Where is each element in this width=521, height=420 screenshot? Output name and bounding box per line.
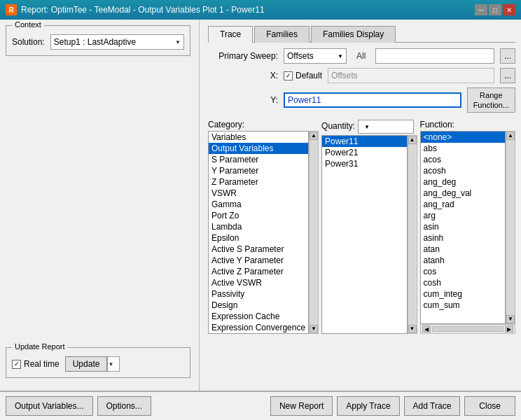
list-item[interactable]: Expression Convergence [209,322,308,333]
primary-sweep-ellipsis-button[interactable]: ... [500,48,515,64]
y-row: Y: RangeFunction... [208,88,515,113]
y-label: Y: [208,95,278,105]
quantity-combo-arrow-icon: ▼ [364,124,370,130]
category-list[interactable]: Variables Output Variables S Parameter Y… [208,131,309,334]
quantity-combo[interactable]: ▼ [358,120,414,134]
options-button[interactable]: Options... [97,396,151,416]
maximize-button[interactable]: □ [489,4,501,15]
list-item[interactable]: Active Z Parameter [209,266,308,277]
function-hscrollbar[interactable]: ◀ ▶ [420,324,515,334]
category-scroll-down[interactable]: ▼ [310,325,318,333]
list-item[interactable]: Gamma [209,199,308,210]
new-report-button[interactable]: New Report [270,396,333,416]
add-trace-button[interactable]: Add Trace [404,396,461,416]
x-default-text: Default [296,71,322,80]
list-item[interactable]: Power11 [322,136,406,147]
list-item[interactable]: arg [421,210,505,221]
function-list[interactable]: <none> abs acos acosh ang_deg ang_deg_va… [420,131,506,324]
function-scrollbar[interactable]: ▲ ▼ [506,131,515,324]
list-item[interactable]: Active Y Parameter [209,255,308,266]
list-item[interactable]: acosh [421,165,505,176]
quantity-scroll-up[interactable]: ▲ [408,136,417,144]
list-item[interactable]: Active VSWR [209,277,308,288]
tab-families-display[interactable]: Families Display [311,26,396,43]
function-scroll-down[interactable]: ▼ [506,315,515,323]
quantity-label: Quantity: [321,121,355,131]
context-group-label: Context [12,20,44,29]
list-item[interactable]: ang_deg [421,176,505,188]
window-title: Report: OptimTee - TeeModal - Output Var… [21,5,265,15]
update-button[interactable]: Update [65,356,108,372]
x-row: X: ✓ Default Offsets ... [208,68,515,83]
list-item[interactable]: Variables [209,132,308,143]
list-item[interactable]: abs [421,143,505,154]
list-item[interactable]: cum_sum [421,300,505,311]
primary-sweep-input[interactable] [375,48,494,64]
category-scroll-track [310,140,318,325]
bottom-left-buttons: Output Variables... Options... [6,396,151,416]
x-default-label[interactable]: ✓ Default [284,71,322,80]
function-col: Function: <none> abs acos acosh ang_deg … [420,120,515,334]
list-item[interactable]: ang_deg_val [421,188,505,199]
function-hscroll-right[interactable]: ▶ [505,326,513,332]
list-item[interactable]: asin [421,221,505,232]
list-item[interactable]: VSWR [209,188,308,199]
list-item[interactable]: Port Zo [209,210,308,221]
realtime-checkbox[interactable]: ✓ [12,360,21,369]
list-item[interactable]: Expression Cache [209,311,308,322]
list-item[interactable]: S Parameter [209,154,308,165]
list-item[interactable]: Power31 [322,158,406,169]
list-item[interactable]: ang_rad [421,199,505,210]
category-scrollbar[interactable]: ▲ ▼ [309,131,319,334]
tab-trace[interactable]: Trace [208,26,253,43]
list-item[interactable]: cum_integ [421,288,505,300]
x-ellipsis-button[interactable]: ... [500,68,515,83]
title-bar: R Report: OptimTee - TeeModal - Output V… [0,0,521,20]
list-item[interactable]: Active S Parameter [209,244,308,255]
list-item[interactable]: Output Variables [209,143,308,154]
tab-families[interactable]: Families [254,26,310,43]
list-item[interactable]: atan [421,244,505,255]
list-item[interactable]: Y Parameter [209,165,308,176]
function-scroll-up[interactable]: ▲ [506,132,515,140]
minimize-button[interactable]: ─ [475,4,487,15]
quantity-scroll-down[interactable]: ▼ [408,325,417,333]
y-input[interactable] [284,92,461,108]
quantity-scroll-track [408,144,417,325]
category-scroll-up[interactable]: ▲ [310,132,318,140]
window-close-button[interactable]: ✕ [503,4,515,15]
list-item[interactable]: Z Parameter [209,176,308,188]
list-item[interactable]: Epsilon [209,232,308,244]
quantity-list[interactable]: Power11 Power21 Power31 [321,135,407,334]
list-item[interactable]: Lambda [209,221,308,232]
list-item[interactable]: asinh [421,232,505,244]
list-item[interactable]: Design [209,300,308,311]
list-item[interactable]: Power21 [322,147,406,158]
x-label: X: [208,71,278,80]
list-item[interactable]: <none> [421,132,505,143]
category-col: Category: Variables Output Variables S P… [208,120,319,334]
list-item[interactable]: cosh [421,277,505,288]
list-item[interactable]: Passivity [209,288,308,300]
primary-sweep-arrow-icon: ▼ [338,53,343,59]
category-quantity-function-row: Category: Variables Output Variables S P… [208,120,515,334]
solution-arrow-icon: ▼ [175,39,181,46]
primary-sweep-row: Primary Sweep: Offsets ▼ All ... [208,48,515,64]
range-function-button[interactable]: RangeFunction... [467,88,515,113]
close-button[interactable]: Close [464,396,515,416]
output-variables-button[interactable]: Output Variables... [6,396,93,416]
category-label: Category: [208,120,319,130]
list-item[interactable]: cos [421,266,505,277]
solution-select[interactable]: Setup1 : LastAdaptive ▼ [50,34,184,50]
list-item[interactable]: atanh [421,255,505,266]
right-panel: Trace Families Families Display Primary … [202,20,521,420]
bottom-right-buttons: New Report Apply Trace Add Trace Close [270,396,515,416]
function-hscroll-left[interactable]: ◀ [422,326,431,332]
apply-trace-button[interactable]: Apply Trace [337,396,399,416]
quantity-scrollbar[interactable]: ▲ ▼ [408,135,417,334]
primary-sweep-combo[interactable]: Offsets ▼ [284,48,347,64]
list-item[interactable]: acos [421,154,505,165]
update-arrow-select[interactable]: ▼ [107,356,120,372]
x-default-checkbox[interactable]: ✓ [284,71,293,80]
realtime-checkbox-label[interactable]: ✓ Real time [12,359,60,369]
